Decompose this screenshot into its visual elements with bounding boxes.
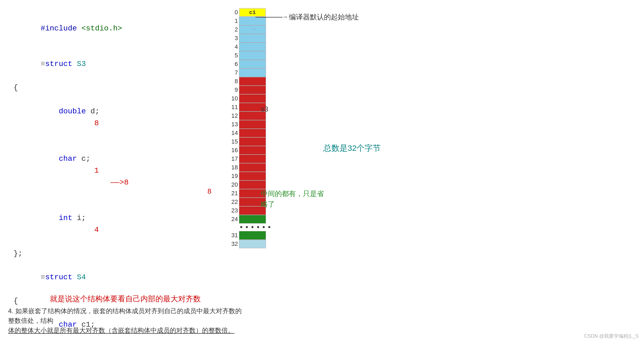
code-line-brace1: { <box>13 82 216 94</box>
include-file: <stdio.h> <box>81 24 122 33</box>
mem-row-17: 17 <box>228 155 266 163</box>
mem-row-dots: •••••• <box>228 224 266 231</box>
page-container: #include <stdio.h> ≡struct S3 { double d… <box>0 0 644 342</box>
arrow-head: → <box>283 13 287 21</box>
mem-cell-17 <box>239 155 266 163</box>
mem-row-22: 22 <box>228 198 266 206</box>
code-line-brace2: }; <box>13 248 216 260</box>
mem-row-32: 32 <box>228 240 266 248</box>
arrow-container: → 编译器默认的起始地址 <box>255 12 359 22</box>
mem-cell-9 <box>239 86 266 94</box>
mem-cell-14 <box>239 129 266 137</box>
mem-cell-20 <box>239 180 266 189</box>
mem-row-13: 13 <box>228 120 266 129</box>
annotation-8-above-note: 8 <box>207 187 211 196</box>
code-line-double-d: double d; 8 <box>13 94 216 141</box>
bottom-note-black-1: 4. 如果嵌套了结构体的情况，嵌套的结构体成员对齐到自己的成员中最大对齐数的整数… <box>8 306 243 326</box>
arrow-line <box>255 17 282 18</box>
mem-cell-7 <box>239 68 266 77</box>
mem-row-24: 24 <box>228 215 266 224</box>
code-line-struct-s4: ≡struct S4 <box>13 260 216 295</box>
mem-cell-13 <box>239 120 266 129</box>
mem-cell-2 <box>239 25 266 34</box>
code-line-int-i: int i; 4 <box>13 200 216 248</box>
s3-label: s3 <box>261 105 268 113</box>
mem-row-11: 11 <box>228 103 266 111</box>
total-label: 总数是32个字节 <box>323 143 381 154</box>
mem-cell-5 <box>239 51 266 60</box>
bottom-text-area: 就是说这个结构体要看自己内部的最大对齐数 4. 如果嵌套了结构体的情况，嵌套的结… <box>8 294 243 335</box>
code-line-char-c: char c; 1 ——>8 <box>13 141 216 200</box>
mem-row-4: 4 <box>228 43 266 51</box>
mem-row-5: 5 <box>228 51 266 60</box>
mem-row-3: 3 <box>228 34 266 43</box>
mem-row-2: 2 <box>228 25 266 34</box>
annotation-double-size: 8 <box>94 117 99 129</box>
mem-cell-6 <box>239 60 266 68</box>
mem-row-14: 14 <box>228 129 266 137</box>
mem-cell-15 <box>239 137 266 146</box>
mem-cell-4 <box>239 43 266 51</box>
annotation-int-size: 4 <box>94 224 99 236</box>
mem-row-9: 9 <box>228 86 266 94</box>
mem-cell-16 <box>239 146 266 155</box>
mem-row-18: 18 <box>228 163 266 172</box>
mem-row-19: 19 <box>228 172 266 180</box>
mid-label: 中间的都有，只是省 略了 <box>261 189 324 210</box>
memory-diagram: 0 c1 1 2 3 4 5 6 7 <box>228 8 266 248</box>
mem-label-0: 0 <box>228 9 239 16</box>
c1-label-in-cell: c1 <box>249 9 256 16</box>
mem-row-10: 10 <box>228 94 266 103</box>
mem-row-20: 20 <box>228 180 266 189</box>
mem-row-6: 6 <box>228 60 266 68</box>
bottom-note-black-2: 体的整体大小就是所有最大对齐数（含嵌套结构体中成员的对齐数）的整数倍。 <box>8 326 243 335</box>
mem-row-7: 7 <box>228 68 266 77</box>
mem-row-12: 12 <box>228 111 266 120</box>
mem-cell-32 <box>239 240 266 248</box>
mem-cell-3 <box>239 34 266 43</box>
mem-row-23: 23 <box>228 206 266 215</box>
start-address-label: 编译器默认的起始地址 <box>289 12 359 22</box>
mem-cell-8 <box>239 77 266 86</box>
mem-row-8: 8 <box>228 77 266 86</box>
code-line-struct-s3: ≡struct S3 <box>13 46 216 82</box>
watermark: CSDN @我要学编程(L_S <box>584 333 639 339</box>
mem-cell-31 <box>239 231 266 240</box>
mem-row-15: 15 <box>228 137 266 146</box>
annotation-char-size: 1 <box>94 165 99 177</box>
include-keyword: #include <box>41 24 77 33</box>
mem-row-21: 21 <box>228 189 266 198</box>
mem-row-31: 31 <box>228 231 266 240</box>
code-line-include: #include <stdio.h> <box>13 11 216 46</box>
mem-row-16: 16 <box>228 146 266 155</box>
mem-cell-19 <box>239 172 266 180</box>
tiny-red-dot: · <box>253 27 255 31</box>
bottom-note-red: 就是说这个结构体要看自己内部的最大对齐数 <box>8 294 243 304</box>
mem-cell-18 <box>239 163 266 172</box>
annotation-arrow: ——>8 <box>110 177 129 189</box>
code-area: #include <stdio.h> ≡struct S3 { double d… <box>13 11 216 342</box>
mem-cell-10 <box>239 94 266 103</box>
mem-cell-24 <box>239 215 266 224</box>
dots-indicator: •••••• <box>239 223 266 232</box>
